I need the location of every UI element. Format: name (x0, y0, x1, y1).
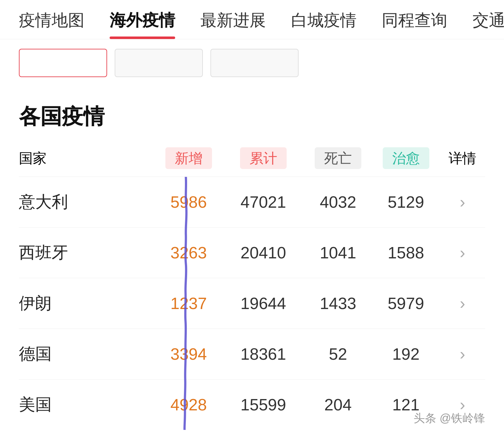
recover-label: 治愈 (383, 147, 429, 169)
row-detail-chevron[interactable]: › (440, 345, 485, 363)
row-country: 西班牙 (19, 242, 155, 264)
table-row[interactable]: 伊朗 1237 19644 1433 5979 › (19, 278, 485, 329)
nav-item-map[interactable]: 疫情地图 (19, 9, 84, 39)
row-country: 美国 (19, 394, 155, 416)
table-row[interactable]: 西班牙 3263 20410 1041 1588 › (19, 228, 485, 278)
row-new: 3394 (155, 345, 223, 363)
col-header-total: 累计 (223, 149, 304, 168)
table-row[interactable]: 意大利 5986 47021 4032 5129 › (19, 177, 485, 228)
row-detail-chevron[interactable]: › (440, 243, 485, 262)
table-row[interactable]: 德国 3394 18361 52 192 › (19, 329, 485, 380)
row-recover: 1588 (372, 243, 440, 262)
section-title: 各国疫情 (0, 87, 504, 140)
col-header-recover: 治愈 (372, 149, 440, 168)
nav-item-overseas[interactable]: 海外疫情 (110, 9, 175, 39)
row-death: 1433 (304, 294, 372, 313)
watermark: 头条 @铁岭锋 (414, 411, 485, 426)
tab-buttons-row (0, 39, 504, 87)
row-death: 1041 (304, 243, 372, 262)
row-total: 18361 (223, 345, 304, 363)
navigation-bar: 疫情地图 海外疫情 最新进展 白城疫情 同程查询 交通 (0, 0, 504, 39)
total-label: 累计 (240, 147, 287, 169)
row-death: 204 (304, 395, 372, 414)
row-total: 20410 (223, 243, 304, 262)
nav-item-latest[interactable]: 最新进展 (200, 9, 266, 39)
death-label: 死亡 (315, 147, 361, 169)
table-body: 意大利 5986 47021 4032 5129 › 西班牙 3263 2041… (19, 177, 485, 430)
row-death: 4032 (304, 193, 372, 211)
row-death: 52 (304, 345, 372, 363)
nav-item-baicheng[interactable]: 白城疫情 (291, 9, 357, 39)
col-header-new: 新增 (155, 149, 223, 168)
row-country: 意大利 (19, 191, 155, 213)
row-recover: 192 (372, 345, 440, 363)
row-detail-chevron[interactable]: › (440, 193, 485, 211)
row-total: 15599 (223, 395, 304, 414)
new-label: 新增 (165, 147, 212, 169)
tab-btn-1[interactable] (19, 49, 107, 77)
col-header-country: 国家 (19, 149, 155, 168)
tab-btn-3[interactable] (210, 49, 299, 77)
col-header-detail: 详情 (440, 149, 485, 168)
row-recover: 5979 (372, 294, 440, 313)
col-header-death: 死亡 (304, 149, 372, 168)
nav-item-query[interactable]: 同程查询 (382, 9, 447, 39)
nav-item-transport[interactable]: 交通 (472, 9, 504, 39)
row-country: 德国 (19, 343, 155, 365)
row-total: 47021 (223, 193, 304, 211)
tab-btn-2[interactable] (115, 49, 203, 77)
row-recover: 5129 (372, 193, 440, 211)
table-header: 国家 新增 累计 死亡 治愈 详情 (19, 140, 485, 177)
row-new: 5986 (155, 193, 223, 211)
row-total: 19644 (223, 294, 304, 313)
row-country: 伊朗 (19, 292, 155, 314)
data-table: 国家 新增 累计 死亡 治愈 详情 意大利 5986 47021 4032 51… (0, 140, 504, 430)
row-new: 4928 (155, 395, 223, 414)
row-new: 1237 (155, 294, 223, 313)
row-detail-chevron[interactable]: › (440, 294, 485, 313)
row-new: 3263 (155, 243, 223, 262)
